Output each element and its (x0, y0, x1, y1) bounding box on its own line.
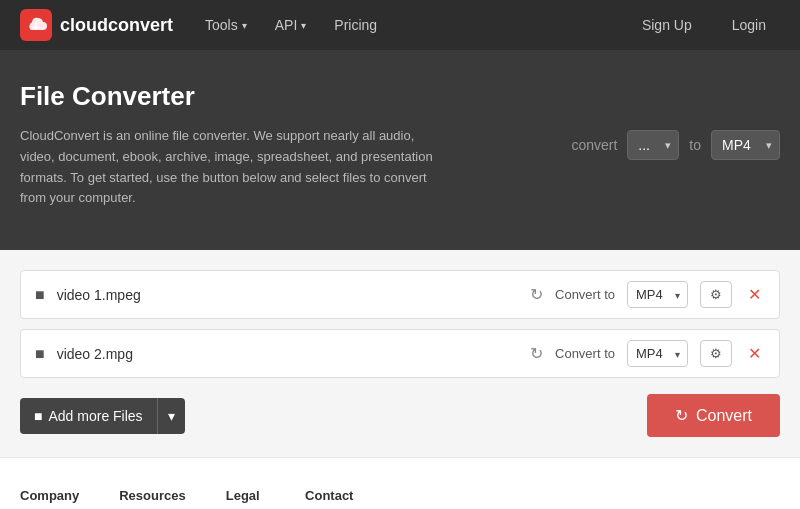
nav-pricing[interactable]: Pricing (322, 0, 389, 50)
hero-content: File Converter CloudConvert is an online… (20, 81, 440, 209)
file-name: video 1.mpeg (57, 287, 518, 303)
file-delete-button-1[interactable]: ✕ (744, 285, 765, 304)
add-files-button[interactable]: ■ Add more Files (20, 398, 157, 434)
footer-legal-heading: Legal (226, 488, 265, 503)
footer-resources: Resources Blog Status (119, 488, 185, 509)
convert-button[interactable]: ↻ Convert (647, 394, 780, 437)
file-settings-button-1[interactable]: ⚙ (700, 281, 732, 308)
footer-company: Company About Us Security (20, 488, 79, 509)
to-format-select[interactable]: MP4 (711, 130, 780, 160)
main-content: ■ video 1.mpeg ↻ Convert to MP4 ⚙ ✕ ■ vi… (0, 250, 800, 457)
file-icon: ■ (35, 345, 45, 363)
add-files-group: ■ Add more Files ▾ (20, 398, 185, 434)
footer-legal: Legal Privacy Terms (226, 488, 265, 509)
nav-tools[interactable]: Tools ▾ (193, 0, 259, 50)
from-format-select[interactable]: ... (627, 130, 679, 160)
hero-title: File Converter (20, 81, 440, 112)
convert-refresh-icon: ↻ (675, 406, 688, 425)
hero-section: File Converter CloudConvert is an online… (0, 50, 800, 250)
action-row: ■ Add more Files ▾ ↻ Convert (20, 394, 780, 437)
file-row: ■ video 1.mpeg ↻ Convert to MP4 ⚙ ✕ (20, 270, 780, 319)
logo-icon (20, 9, 52, 41)
file-format-wrapper-2: MP4 (627, 340, 688, 367)
file-format-select-1[interactable]: MP4 (627, 281, 688, 308)
convert-to-label: Convert to (555, 346, 615, 361)
footer-contact-heading: Contact (305, 488, 364, 503)
signup-button[interactable]: Sign Up (628, 11, 706, 39)
to-label: to (689, 137, 701, 153)
file-name: video 2.mpg (57, 346, 518, 362)
to-format-wrapper: MP4 (711, 130, 780, 160)
refresh-icon[interactable]: ↻ (530, 285, 543, 304)
hero-format-selector: convert ... to MP4 (571, 130, 780, 160)
nav-api[interactable]: API ▾ (263, 0, 319, 50)
logo[interactable]: cloudconvert (20, 9, 173, 41)
logo-text: cloudconvert (60, 15, 173, 36)
file-add-icon: ■ (34, 408, 42, 424)
footer-contact: Contact Contact Us 𝕃 (305, 488, 364, 509)
convert-label: convert (571, 137, 617, 153)
header-auth: Sign Up Login (628, 11, 780, 39)
file-settings-button-2[interactable]: ⚙ (700, 340, 732, 367)
add-files-chevron-icon: ▾ (168, 408, 175, 424)
hero-description: CloudConvert is an online file converter… (20, 126, 440, 209)
file-icon: ■ (35, 286, 45, 304)
refresh-icon[interactable]: ↻ (530, 344, 543, 363)
api-chevron-icon: ▾ (301, 20, 306, 31)
add-files-dropdown-button[interactable]: ▾ (157, 398, 185, 434)
footer-resources-heading: Resources (119, 488, 185, 503)
footer: Company About Us Security Resources Blog… (0, 457, 800, 509)
tools-chevron-icon: ▾ (242, 20, 247, 31)
footer-copyright: © 2023 Lunaweb GmbH Made in Munich, Germ… (639, 488, 780, 509)
file-format-wrapper-1: MP4 (627, 281, 688, 308)
file-delete-button-2[interactable]: ✕ (744, 344, 765, 363)
convert-to-label: Convert to (555, 287, 615, 302)
from-format-wrapper: ... (627, 130, 679, 160)
main-nav: Tools ▾ API ▾ Pricing (193, 0, 628, 50)
login-button[interactable]: Login (718, 11, 780, 39)
file-format-select-2[interactable]: MP4 (627, 340, 688, 367)
file-row: ■ video 2.mpg ↻ Convert to MP4 ⚙ ✕ (20, 329, 780, 378)
footer-company-heading: Company (20, 488, 79, 503)
